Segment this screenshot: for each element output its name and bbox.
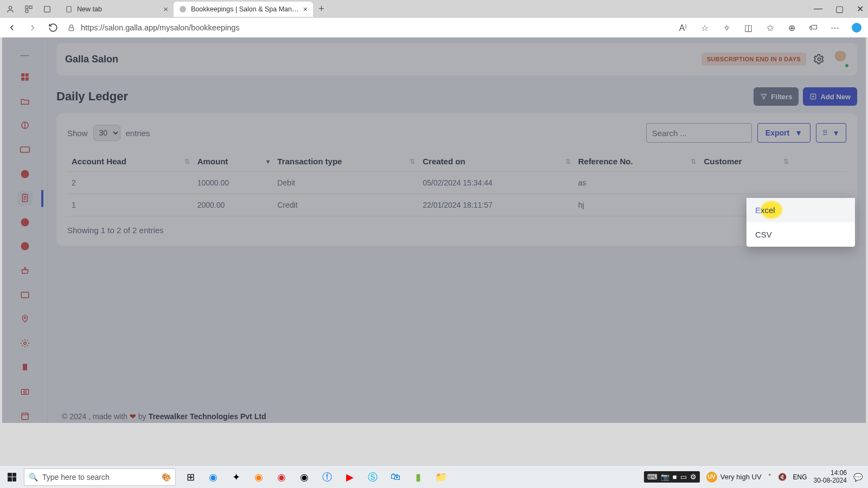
svg-point-6 [180, 6, 186, 12]
edge-icon[interactable]: ◉ [205, 469, 221, 485]
back-icon[interactable] [5, 21, 18, 34]
copilot-task-icon[interactable]: ✦ [228, 469, 244, 485]
new-tab-button[interactable]: + [313, 3, 330, 15]
more-icon[interactable]: ⋯ [829, 22, 841, 34]
search-icon: 🔍 [29, 473, 38, 481]
svg-rect-3 [25, 10, 28, 12]
read-aloud-icon[interactable]: A⁾ [677, 22, 689, 34]
tab-bookkeepings[interactable]: Bookkeepings | Salon & Spa Man… × [174, 2, 313, 17]
video-tray-icon: ■ [673, 473, 677, 481]
notifications-icon[interactable]: 💬 [853, 473, 863, 481]
close-icon[interactable]: × [299, 4, 308, 14]
svg-rect-7 [69, 27, 74, 30]
tab-actions-icon[interactable] [41, 3, 53, 15]
tray-chevron-icon[interactable]: ˄ [768, 473, 771, 480]
extensions-icon[interactable]: ✧ [720, 22, 732, 34]
shopping-icon[interactable]: 🏷 [807, 22, 819, 34]
page-icon [65, 5, 73, 13]
favorite-icon[interactable]: ☆ [699, 22, 711, 34]
keyboard-icon: ⌨ [647, 473, 658, 481]
copilot-icon[interactable] [851, 22, 863, 34]
window-tray-icon: ▭ [680, 473, 687, 481]
refresh-icon[interactable] [47, 21, 60, 34]
taskbar: 🔍 Type here to search 🎨 ⊞ ◉ ✦ ◉ ◉ ◉ ⓕ ▶ … [0, 465, 868, 488]
close-window-icon[interactable]: ✕ [857, 4, 864, 14]
clock[interactable]: 14:06 30-08-2024 [814, 470, 847, 485]
search-art-icon: 🎨 [162, 473, 171, 481]
profile-icon[interactable] [4, 3, 16, 15]
chrome-icon[interactable]: ◉ [296, 469, 312, 485]
store-icon[interactable]: 🛍 [387, 469, 404, 485]
modal-overlay[interactable] [2, 37, 866, 423]
tab-title: New tab [77, 5, 102, 13]
youtube-icon[interactable]: ▶ [342, 469, 358, 485]
favorites-bar-icon[interactable]: ✩ [764, 22, 776, 34]
sound-muted-icon[interactable]: 🔇 [778, 473, 787, 481]
language-indicator[interactable]: ENG [793, 473, 807, 481]
camera-tray-icon: 📷 [661, 473, 669, 481]
export-csv[interactable]: CSV [746, 222, 855, 247]
tray-tools[interactable]: ⌨ 📷 ■ ▭ ⚙ [644, 471, 700, 483]
explorer-icon[interactable]: 📁 [433, 469, 449, 485]
facebook-icon[interactable]: ⓕ [319, 469, 335, 485]
forward-icon[interactable] [26, 21, 39, 34]
minimize-icon[interactable]: — [814, 4, 822, 14]
start-button[interactable] [0, 466, 24, 489]
app-icon[interactable]: ▮ [410, 469, 426, 485]
export-excel[interactable]: Excel [746, 198, 855, 222]
svg-rect-5 [67, 6, 71, 12]
split-screen-icon[interactable]: ◫ [742, 22, 754, 34]
record-icon[interactable]: ◉ [273, 469, 290, 485]
svg-point-8 [852, 23, 861, 33]
svg-rect-1 [25, 6, 28, 9]
url-text: https://salon.galla.app/mysalon/bookkeep… [81, 23, 240, 32]
svg-rect-2 [29, 6, 32, 9]
close-icon[interactable]: × [159, 4, 168, 14]
svg-point-0 [9, 6, 11, 9]
svg-rect-4 [44, 6, 50, 12]
maximize-icon[interactable]: ▢ [835, 4, 844, 14]
tab-new-tab[interactable]: New tab × [60, 2, 174, 17]
tab-title: Bookkeepings | Salon & Spa Man… [191, 5, 299, 13]
lock-icon [67, 24, 75, 32]
gear-tray-icon: ⚙ [690, 473, 697, 481]
firefox-icon[interactable]: ◉ [251, 469, 267, 485]
address-bar[interactable]: https://salon.galla.app/mysalon/bookkeep… [67, 23, 669, 32]
task-view-icon[interactable]: ⊞ [182, 469, 199, 485]
taskbar-search[interactable]: 🔍 Type here to search 🎨 [24, 468, 176, 486]
workspaces-icon[interactable] [23, 3, 35, 15]
export-dropdown: Excel CSV [746, 198, 855, 247]
favicon-icon [179, 5, 187, 13]
weather-widget[interactable]: UV Very high UV [706, 472, 762, 483]
collections-icon[interactable]: ⊕ [786, 22, 797, 34]
skype-icon[interactable]: Ⓢ [365, 469, 381, 485]
